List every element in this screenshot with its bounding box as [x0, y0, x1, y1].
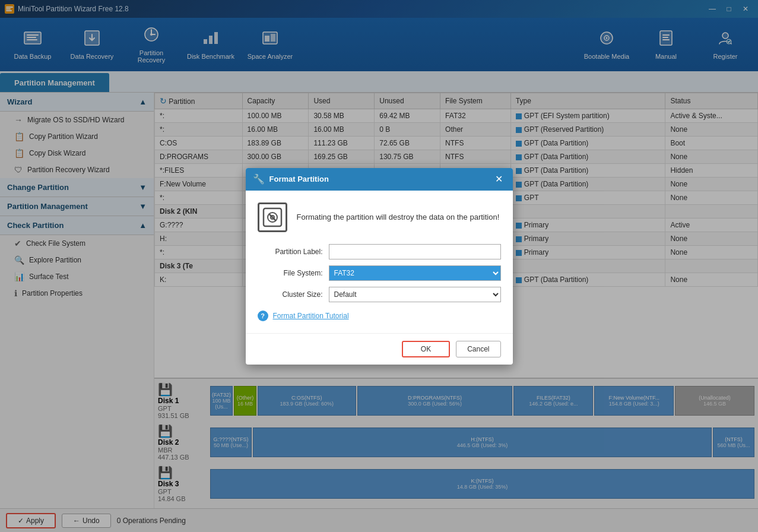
format-partition-tutorial-link[interactable]: Format Partition Tutorial: [273, 312, 349, 320]
svg-line-28: [269, 214, 276, 221]
partition-label-label: Partition Label:: [258, 248, 323, 256]
modal-footer: OK Cancel: [246, 333, 513, 365]
modal-titlebar: 🔧 Format Partition ✕: [246, 168, 513, 191]
modal-cluster-size-row: Cluster Size: Default 512 Bytes 1 KB 2 K…: [258, 287, 501, 302]
cluster-size-select[interactable]: Default 512 Bytes 1 KB 2 KB 4 KB: [329, 287, 501, 302]
modal-titlebar-icon: 🔧: [253, 173, 265, 185]
modal-warning: Formating the partition will destroy the…: [258, 202, 501, 232]
modal-cancel-button[interactable]: Cancel: [456, 341, 500, 357]
file-system-label: File System:: [258, 269, 323, 277]
help-icon: ?: [258, 311, 268, 321]
modal-body: Formating the partition will destroy the…: [246, 191, 513, 333]
cluster-size-label: Cluster Size:: [258, 290, 323, 299]
modal-filesystem-row: File System: FAT32 NTFS FAT exFAT: [258, 265, 501, 281]
partition-label-input[interactable]: [329, 244, 501, 259]
modal-overlay: 🔧 Format Partition ✕ Formating the parti…: [0, 0, 758, 532]
format-partition-modal: 🔧 Format Partition ✕ Formating the parti…: [246, 168, 513, 365]
modal-title: Format Partition: [269, 175, 488, 183]
modal-partition-label-row: Partition Label:: [258, 244, 501, 259]
modal-form: Partition Label: File System: FAT32 NTFS…: [258, 244, 501, 321]
modal-tutorial-row: ? Format Partition Tutorial: [258, 311, 501, 321]
modal-warning-text: Formating the partition will destroy the…: [297, 213, 500, 221]
warning-icon: [258, 202, 287, 232]
modal-ok-button[interactable]: OK: [402, 341, 450, 357]
modal-close-button[interactable]: ✕: [493, 173, 506, 186]
file-system-select[interactable]: FAT32 NTFS FAT exFAT: [329, 265, 501, 281]
